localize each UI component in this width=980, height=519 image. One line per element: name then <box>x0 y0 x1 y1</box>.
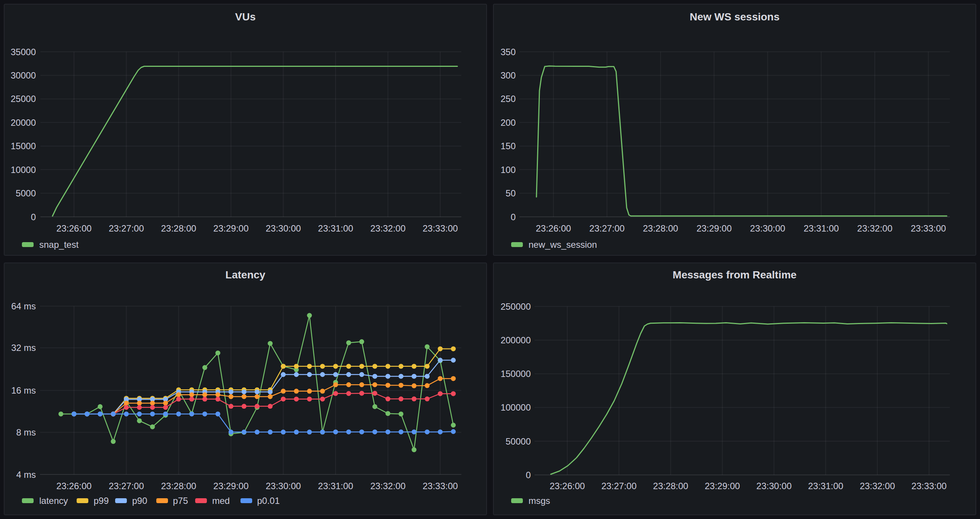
svg-text:23:33:00: 23:33:00 <box>911 481 947 491</box>
svg-text:300: 300 <box>501 70 515 80</box>
svg-text:350: 350 <box>501 47 515 57</box>
svg-text:23:32:00: 23:32:00 <box>370 481 406 491</box>
svg-text:4 ms: 4 ms <box>16 469 36 480</box>
svg-text:23:27:00: 23:27:00 <box>109 481 144 491</box>
svg-text:23:26:00: 23:26:00 <box>56 481 91 491</box>
svg-text:30000: 30000 <box>11 70 36 80</box>
svg-text:23:32:00: 23:32:00 <box>859 481 895 491</box>
svg-text:200: 200 <box>501 118 515 128</box>
svg-text:25000: 25000 <box>11 94 36 104</box>
svg-text:0: 0 <box>526 470 531 480</box>
svg-text:8 ms: 8 ms <box>16 427 36 438</box>
svg-text:23:28:00: 23:28:00 <box>161 223 196 233</box>
svg-text:p0.01: p0.01 <box>257 495 280 506</box>
svg-text:64 ms: 64 ms <box>11 301 36 311</box>
svg-text:23:27:00: 23:27:00 <box>601 481 636 491</box>
svg-text:Latency: Latency <box>225 269 266 281</box>
svg-text:15000: 15000 <box>11 141 36 151</box>
svg-text:5000: 5000 <box>16 188 36 198</box>
svg-text:New WS sessions: New WS sessions <box>690 11 780 23</box>
svg-text:23:33:00: 23:33:00 <box>422 223 458 233</box>
svg-text:p99: p99 <box>94 495 109 506</box>
svg-text:23:30:00: 23:30:00 <box>757 481 792 491</box>
svg-text:100000: 100000 <box>501 402 531 412</box>
svg-text:23:32:00: 23:32:00 <box>858 223 892 233</box>
svg-text:latency: latency <box>39 495 68 506</box>
svg-text:250000: 250000 <box>501 302 531 311</box>
svg-text:0: 0 <box>511 212 515 222</box>
svg-text:23:32:00: 23:32:00 <box>370 223 406 233</box>
svg-text:100: 100 <box>501 165 515 175</box>
svg-text:23:30:00: 23:30:00 <box>266 481 301 491</box>
svg-text:msgs: msgs <box>528 495 550 506</box>
svg-text:p75: p75 <box>173 495 188 506</box>
svg-text:23:33:00: 23:33:00 <box>422 481 458 491</box>
svg-text:23:31:00: 23:31:00 <box>318 223 353 233</box>
svg-text:23:29:00: 23:29:00 <box>697 223 732 233</box>
svg-text:20000: 20000 <box>11 118 36 128</box>
svg-text:23:33:00: 23:33:00 <box>910 223 946 233</box>
svg-text:23:28:00: 23:28:00 <box>161 481 196 491</box>
svg-text:23:28:00: 23:28:00 <box>653 481 688 491</box>
svg-text:16 ms: 16 ms <box>11 385 36 396</box>
svg-text:VUs: VUs <box>235 11 256 23</box>
svg-text:23:27:00: 23:27:00 <box>109 223 144 233</box>
svg-text:23:29:00: 23:29:00 <box>705 481 740 491</box>
svg-text:250: 250 <box>501 94 515 104</box>
svg-text:50000: 50000 <box>506 436 531 447</box>
svg-text:new_ws_session: new_ws_session <box>528 240 597 250</box>
svg-text:0: 0 <box>31 212 36 222</box>
svg-text:23:30:00: 23:30:00 <box>266 223 301 233</box>
svg-text:200000: 200000 <box>501 335 531 345</box>
svg-text:50: 50 <box>506 188 515 198</box>
svg-text:23:28:00: 23:28:00 <box>643 223 678 233</box>
svg-text:150: 150 <box>501 141 515 151</box>
svg-text:35000: 35000 <box>11 47 36 57</box>
svg-text:23:26:00: 23:26:00 <box>56 223 91 233</box>
svg-text:23:31:00: 23:31:00 <box>318 481 353 491</box>
svg-text:10000: 10000 <box>11 165 36 175</box>
svg-text:23:31:00: 23:31:00 <box>808 481 843 491</box>
svg-text:med: med <box>212 495 230 506</box>
svg-text:23:29:00: 23:29:00 <box>213 223 248 233</box>
svg-text:p90: p90 <box>132 495 147 506</box>
svg-text:Messages from Realtime: Messages from Realtime <box>673 269 797 281</box>
svg-text:150000: 150000 <box>501 369 531 379</box>
svg-text:snap_test: snap_test <box>39 240 78 250</box>
svg-text:23:30:00: 23:30:00 <box>750 223 785 233</box>
svg-text:23:27:00: 23:27:00 <box>589 223 624 233</box>
svg-text:23:26:00: 23:26:00 <box>536 223 571 233</box>
svg-text:23:26:00: 23:26:00 <box>550 481 585 491</box>
svg-text:23:29:00: 23:29:00 <box>213 481 248 491</box>
svg-text:23:31:00: 23:31:00 <box>804 223 839 233</box>
svg-text:32 ms: 32 ms <box>11 343 36 353</box>
